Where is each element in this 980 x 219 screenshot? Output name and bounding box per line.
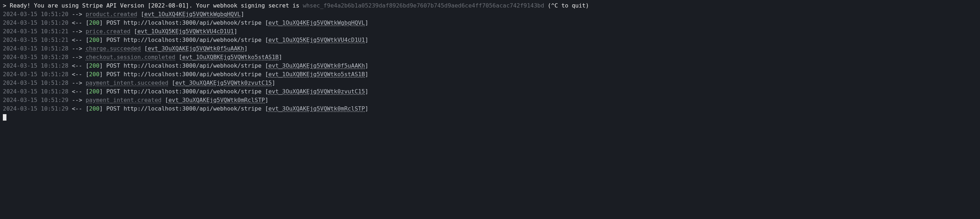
request-line: POST http://localhost:3000/api/webhook/s… — [106, 105, 261, 112]
bracket: [ — [178, 54, 182, 60]
bracket: ] — [265, 97, 269, 103]
event-id: evt_3OuXQAKEjg5VQWtk0f5uAAKh — [148, 45, 245, 52]
timestamp: 2024-03-15 10:51:29 — [3, 97, 68, 103]
bracket: [ — [172, 79, 175, 86]
log-line: 2024-03-15 10:51:28 --> payment_intent.s… — [3, 79, 977, 87]
bracket: ] — [365, 36, 369, 43]
timestamp: 2024-03-15 10:51:28 — [3, 88, 68, 95]
timestamp: 2024-03-15 10:51:28 — [3, 54, 68, 60]
event-id: evt_3OuXQAKEjg5VQWtk0zvutC15 — [175, 79, 272, 86]
event-type: price.created — [86, 28, 130, 35]
log-line: 2024-03-15 10:51:20 <-- [200] POST http:… — [3, 19, 977, 27]
event-type: product.created — [86, 11, 137, 17]
log-line: 2024-03-15 10:51:29 --> payment_intent.c… — [3, 96, 977, 105]
timestamp: 2024-03-15 10:51:21 — [3, 36, 68, 43]
bracket: ] — [365, 19, 369, 26]
event-type: checkout.session.completed — [86, 54, 175, 60]
log-line: 2024-03-15 10:51:28 --> charge.succeeded… — [3, 44, 977, 53]
bracket: ] — [365, 88, 369, 95]
bracket: [ — [265, 19, 269, 26]
event-id: evt_3OuXQAKEjg5VQWtk0f5uAAKh — [269, 62, 365, 69]
log-line: 2024-03-15 10:51:28 <-- [200] POST http:… — [3, 62, 977, 70]
arrow-in-icon: <-- — [72, 36, 82, 43]
request-line: POST http://localhost:3000/api/webhook/s… — [106, 88, 261, 95]
bracket: ] — [241, 11, 245, 17]
event-id: evt_3OuXQAKEjg5VQWtk0mRclSTP — [269, 105, 365, 112]
event-id: evt_1OuXQBKEjg5VQWtko5stAS1B — [182, 54, 279, 60]
log-line: 2024-03-15 10:51:28 <-- [200] POST http:… — [3, 87, 977, 96]
terminal-output: > Ready! You are using Stripe API Versio… — [3, 2, 977, 122]
timestamp: 2024-03-15 10:51:29 — [3, 105, 68, 112]
event-id: evt_1OuXQBKEjg5VQWtko5stAS1B — [269, 71, 365, 78]
bracket: [ — [165, 97, 169, 103]
quit-hint: (^C to quit) — [544, 2, 589, 9]
request-line: POST http://localhost:3000/api/webhook/s… — [106, 36, 261, 43]
status-code: 200 — [89, 19, 100, 26]
timestamp: 2024-03-15 10:51:28 — [3, 71, 68, 78]
bracket: [ — [86, 36, 89, 43]
timestamp: 2024-03-15 10:51:21 — [3, 28, 68, 35]
bracket: ] — [365, 71, 369, 78]
event-type: payment_intent.succeeded — [86, 79, 168, 86]
bracket: ] — [234, 28, 237, 35]
bracket: [ — [265, 62, 269, 69]
arrow-in-icon: <-- — [72, 71, 82, 78]
bracket: [ — [265, 71, 269, 78]
bracket: ] — [100, 88, 103, 95]
event-id: evt_3OuXQAKEjg5VQWtk0mRclSTP — [168, 97, 265, 103]
status-code: 200 — [89, 88, 100, 95]
bracket: [ — [134, 28, 137, 35]
bracket: [ — [86, 71, 89, 78]
webhook-secret: whsec_f9e4a2b6b1a05239daf8926bd9e7607b74… — [303, 2, 544, 9]
event-id: evt_1OuXQ5KEjg5VQWtkVU4cD1U1 — [269, 36, 365, 43]
event-type: charge.succeeded — [86, 45, 141, 52]
event-id: evt_1OuXQ4KEjg5VQWtkWgbqHQVL — [144, 11, 241, 17]
bracket: ] — [279, 54, 282, 60]
bracket: ] — [100, 19, 103, 26]
log-line: 2024-03-15 10:51:21 --> price.created [e… — [3, 27, 977, 36]
arrow-out-icon: --> — [72, 79, 82, 86]
status-code: 200 — [89, 62, 100, 69]
ready-line: > Ready! You are using Stripe API Versio… — [3, 2, 977, 10]
bracket: ] — [365, 62, 369, 69]
arrow-out-icon: --> — [72, 45, 82, 52]
status-code: 200 — [89, 36, 100, 43]
arrow-out-icon: --> — [72, 28, 82, 35]
cursor — [3, 114, 6, 121]
request-line: POST http://localhost:3000/api/webhook/s… — [106, 71, 261, 78]
bracket: ] — [100, 105, 103, 112]
timestamp: 2024-03-15 10:51:28 — [3, 79, 68, 86]
status-code: 200 — [89, 105, 100, 112]
timestamp: 2024-03-15 10:51:20 — [3, 11, 68, 17]
prompt-char: > — [3, 2, 10, 9]
bracket: ] — [100, 71, 103, 78]
bracket: ] — [272, 79, 275, 86]
bracket: [ — [86, 88, 89, 95]
bracket: [ — [265, 88, 269, 95]
arrow-out-icon: --> — [72, 97, 82, 103]
request-line: POST http://localhost:3000/api/webhook/s… — [106, 19, 261, 26]
event-id: evt_3OuXQAKEjg5VQWtk0zvutC15 — [269, 88, 365, 95]
event-id: evt_1OuXQ4KEjg5VQWtkWgbqHQVL — [269, 19, 365, 26]
bracket: ] — [244, 45, 248, 52]
timestamp: 2024-03-15 10:51:20 — [3, 19, 68, 26]
bracket: [ — [141, 11, 144, 17]
bracket: ] — [100, 62, 103, 69]
event-id: evt_1OuXQ5KEjg5VQWtkVU4cD1U1 — [137, 28, 234, 35]
arrow-in-icon: <-- — [72, 19, 82, 26]
timestamp: 2024-03-15 10:51:28 — [3, 62, 68, 69]
cursor-line — [3, 113, 977, 122]
log-line: 2024-03-15 10:51:28 <-- [200] POST http:… — [3, 70, 977, 79]
bracket: [ — [265, 36, 269, 43]
request-line: POST http://localhost:3000/api/webhook/s… — [106, 62, 261, 69]
timestamp: 2024-03-15 10:51:28 — [3, 45, 68, 52]
log-line: 2024-03-15 10:51:29 <-- [200] POST http:… — [3, 105, 977, 113]
arrow-out-icon: --> — [72, 11, 82, 17]
bracket: ] — [100, 36, 103, 43]
event-type: payment_intent.created — [86, 97, 161, 103]
bracket: [ — [265, 105, 269, 112]
arrow-in-icon: <-- — [72, 88, 82, 95]
arrow-out-icon: --> — [72, 54, 82, 60]
bracket: [ — [144, 45, 148, 52]
status-code: 200 — [89, 71, 100, 78]
